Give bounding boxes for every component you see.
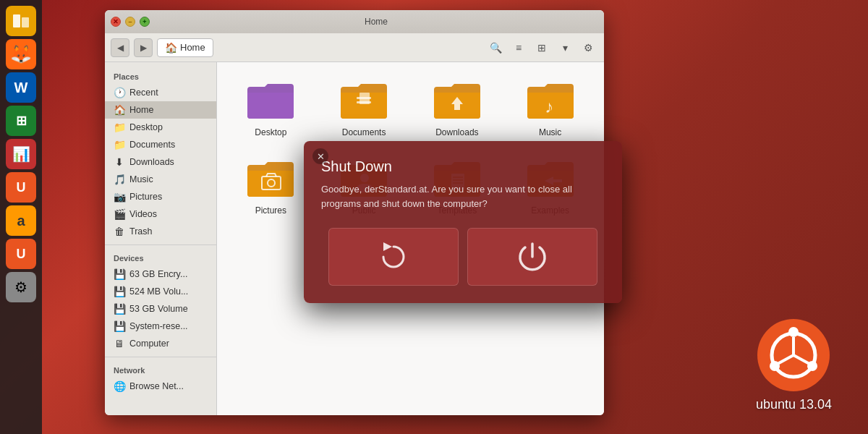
launcher-impress[interactable]: 📊: [6, 139, 36, 169]
search-button[interactable]: 🔍: [485, 38, 506, 58]
folder-downloads-icon: [431, 80, 483, 123]
sidebar-item-videos[interactable]: 🎬 Videos: [105, 205, 216, 223]
places-header: Places: [105, 68, 216, 84]
folder-pictures[interactable]: Pictures: [229, 152, 313, 221]
sidebar-item-videos-label: Videos: [129, 209, 157, 219]
trash-icon: 🗑: [114, 226, 125, 237]
folder-documents-label: Documents: [342, 127, 386, 137]
network-icon: 🌐: [114, 380, 125, 392]
sidebar-item-recent[interactable]: 🕐 Recent: [105, 84, 216, 101]
sidebar-item-music[interactable]: 🎵 Music: [105, 171, 216, 188]
documents-icon: 📁: [114, 139, 125, 150]
drive-53gb-icon: 💾: [114, 303, 125, 315]
svg-text:♪: ♪: [545, 97, 553, 116]
back-button[interactable]: ◀: [111, 38, 129, 57]
drive-63gb-icon: 💾: [114, 268, 125, 280]
window-close-button[interactable]: ✕: [111, 17, 121, 27]
sidebar-item-trash-label: Trash: [129, 226, 153, 237]
window-maximize-button[interactable]: +: [140, 17, 150, 27]
file-manager-titlebar: ✕ – + Home: [105, 10, 604, 33]
sidebar-item-music-label: Music: [129, 174, 153, 184]
devices-header: Devices: [105, 250, 216, 265]
folder-music-icon: ♪: [524, 80, 576, 123]
folder-desktop-label: Desktop: [255, 127, 286, 137]
grid-view-button[interactable]: ⊞: [532, 38, 552, 58]
sidebar-item-pictures[interactable]: 📷 Pictures: [105, 188, 216, 205]
sidebar-item-sysres[interactable]: 💾 System-rese...: [105, 318, 216, 335]
dialog-close-icon: ✕: [317, 151, 325, 162]
folder-documents[interactable]: Documents: [322, 74, 407, 143]
sidebar-item-downloads-label: Downloads: [129, 157, 174, 167]
launcher-writer[interactable]: W: [6, 72, 36, 103]
ubuntu-logo: ubuntu 13.04: [756, 319, 832, 412]
sidebar-item-browse-net[interactable]: 🌐 Browse Net...: [105, 378, 216, 395]
launcher-ubuntu-one2[interactable]: U: [6, 239, 36, 269]
shutdown-dialog: ✕ Shut Down Goodbye, derStandard.at. Are…: [304, 141, 622, 303]
preferences-button[interactable]: ⚙: [578, 38, 598, 58]
launcher-settings[interactable]: ⚙: [6, 272, 36, 302]
launcher-amazon[interactable]: a: [6, 205, 36, 236]
sidebar-item-home-label: Home: [129, 105, 153, 115]
sidebar-item-downloads[interactable]: ⬇ Downloads: [105, 153, 216, 171]
sidebar-item-63gb[interactable]: 💾 63 GB Encry...: [105, 265, 216, 283]
restart-button[interactable]: [328, 228, 459, 286]
dialog-close-button[interactable]: ✕: [312, 148, 328, 164]
forward-button[interactable]: ▶: [134, 38, 153, 57]
launcher-firefox[interactable]: 🦊: [6, 39, 36, 69]
window-minimize-button[interactable]: –: [125, 17, 135, 27]
folder-pictures-label: Pictures: [255, 205, 286, 216]
launcher-calc[interactable]: ⊞: [6, 106, 36, 136]
downloads-icon: ⬇: [114, 156, 125, 168]
sidebar-item-computer[interactable]: 🖥 Computer: [105, 335, 216, 352]
dialog-buttons: [321, 228, 605, 286]
location-text: Home: [180, 42, 205, 53]
sidebar-item-pictures-label: Pictures: [129, 192, 162, 202]
desktop-icon: 📁: [114, 122, 125, 133]
launcher-files[interactable]: [6, 6, 36, 36]
dialog-content: Shut Down Goodbye, derStandard.at. Are y…: [304, 141, 622, 303]
computer-icon: 🖥: [114, 338, 125, 349]
sidebar-item-trash[interactable]: 🗑 Trash: [105, 223, 216, 240]
sidebar-item-browse-net-label: Browse Net...: [129, 381, 184, 391]
power-icon: [516, 241, 548, 273]
sidebar-item-sysres-label: System-rese...: [129, 321, 188, 331]
dialog-message: Goodbye, derStandard.at. Are you sure yo…: [321, 182, 605, 210]
sidebar-item-524mb-label: 524 MB Volu...: [129, 286, 188, 297]
sidebar: Places 🕐 Recent 🏠 Home 📁 Desktop 📁 Docum…: [105, 62, 217, 415]
svg-marker-23: [383, 242, 392, 251]
shutdown-button[interactable]: [467, 228, 597, 286]
network-header: Network: [105, 362, 216, 378]
window-title: Home: [154, 17, 598, 27]
sidebar-item-53gb[interactable]: 💾 53 GB Volume: [105, 300, 216, 318]
folder-desktop-icon: [244, 80, 297, 123]
location-bar[interactable]: 🏠 Home: [157, 38, 213, 57]
launcher: 🦊 W ⊞ 📊 U a U ⚙: [0, 0, 42, 434]
ubuntu-circle: [757, 319, 830, 391]
list-view-button[interactable]: ≡: [509, 38, 529, 58]
file-manager-toolbar: ◀ ▶ 🏠 Home 🔍 ≡ ⊞ ▾ ⚙: [105, 33, 604, 62]
launcher-ubuntu-one[interactable]: U: [6, 172, 36, 203]
svg-rect-12: [359, 93, 370, 104]
devices-divider: [105, 244, 216, 245]
sidebar-item-documents[interactable]: 📁 Documents: [105, 136, 216, 153]
sidebar-item-documents-label: Documents: [129, 140, 175, 150]
dialog-title: Shut Down: [321, 158, 605, 175]
folder-pictures-icon: [244, 158, 297, 201]
sidebar-item-53gb-label: 53 GB Volume: [129, 304, 188, 314]
sidebar-item-recent-label: Recent: [129, 88, 158, 98]
folder-music-label: Music: [539, 127, 561, 137]
recent-icon: 🕐: [114, 87, 125, 98]
restart-icon: [378, 241, 409, 273]
home-icon: 🏠: [114, 104, 125, 116]
sort-dropdown-button[interactable]: ▾: [555, 38, 575, 58]
sidebar-item-home[interactable]: 🏠 Home: [105, 101, 216, 119]
folder-desktop[interactable]: Desktop: [229, 74, 313, 143]
svg-rect-1: [22, 17, 29, 27]
sidebar-item-524mb[interactable]: 💾 524 MB Volu...: [105, 283, 216, 300]
network-divider: [105, 357, 216, 357]
sidebar-item-desktop[interactable]: 📁 Desktop: [105, 119, 216, 136]
folder-downloads[interactable]: Downloads: [415, 74, 500, 143]
folder-music[interactable]: ♪ Music: [508, 74, 592, 143]
toolbar-right: 🔍 ≡ ⊞ ▾ ⚙: [485, 38, 598, 58]
music-icon: 🎵: [114, 174, 125, 185]
